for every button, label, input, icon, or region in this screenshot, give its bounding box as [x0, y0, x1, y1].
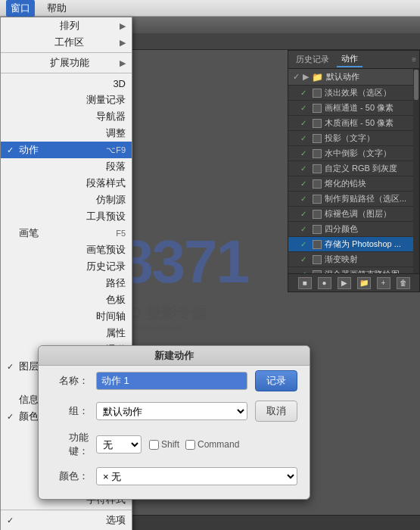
shift-checkbox-item[interactable]: Shift: [149, 439, 179, 450]
action-item[interactable]: ✓ 淡出效果（选区）: [288, 86, 419, 101]
tab-actions[interactable]: 动作: [337, 51, 362, 67]
action-item[interactable]: ✓ 水中倒影（文字）: [288, 146, 419, 161]
action-item-selected[interactable]: ✓ 存储为 Photoshop ...: [288, 237, 419, 252]
menu-item-adjustments[interactable]: 调整: [1, 125, 132, 142]
panel-menu-icon[interactable]: ≡: [412, 55, 416, 64]
menu-separator: [1, 510, 132, 510]
new-action-dialog: 新建动作 名称： 记录 组： 默认动作 取消 功能键： 无 Shift Comm…: [38, 345, 310, 500]
record-button[interactable]: ●: [318, 277, 331, 289]
command-checkbox[interactable]: [185, 440, 195, 450]
menu-item-arrange[interactable]: 排列 ▶: [1, 17, 132, 34]
dialog-title: 新建动作: [39, 346, 310, 366]
action-item[interactable]: ✓ 投影（文字）: [288, 131, 419, 146]
action-icon: [313, 134, 322, 143]
menu-item-swatches[interactable]: 色板: [1, 292, 132, 308]
action-icon: [313, 195, 322, 204]
dialog-color-label: 颜色：: [51, 469, 89, 483]
action-icon: [313, 240, 322, 249]
action-item[interactable]: ✓ 熔化的铅块: [288, 176, 419, 192]
action-item[interactable]: ✓ 棕褪色调（图层）: [288, 207, 419, 222]
folder-icon: 📁: [312, 72, 323, 83]
stop-button[interactable]: ■: [298, 277, 312, 289]
menu-item-actions[interactable]: ✓ 动作 ⌥F9: [1, 142, 132, 158]
record-button[interactable]: 记录: [255, 370, 297, 391]
menu-item-paragraph-styles[interactable]: 段落样式: [1, 175, 132, 192]
action-item[interactable]: ✓ 四分颜色: [288, 222, 419, 237]
delete-button[interactable]: 🗑: [397, 277, 410, 289]
menu-item-workspace[interactable]: 工作区 ▶: [1, 34, 132, 51]
menu-item-3d[interactable]: 3D: [1, 75, 132, 92]
play-button[interactable]: ▶: [338, 277, 351, 289]
menu-item-extensions[interactable]: 扩展功能 ▶: [1, 55, 132, 71]
menu-item-clone-source[interactable]: 仿制源: [1, 192, 132, 208]
menu-window[interactable]: 窗口: [6, 0, 35, 17]
menu-item-timeline[interactable]: 时间轴: [1, 308, 132, 325]
menu-separator: [1, 73, 132, 73]
menu-separator: [1, 52, 132, 53]
tab-history[interactable]: 历史记录: [291, 52, 334, 67]
scroll-thumb: [414, 70, 418, 100]
command-checkbox-item[interactable]: Command: [185, 439, 239, 450]
dialog-group-row: 组： 默认动作 取消: [39, 396, 310, 426]
action-item[interactable]: ✓ 自定义 RGB 到灰度: [288, 161, 419, 176]
action-item[interactable]: ✓ 渐变映射: [288, 252, 419, 267]
dialog-modifier-group: Shift Command: [149, 439, 239, 450]
menu-item-brush[interactable]: 画笔 F5: [1, 225, 132, 242]
action-item[interactable]: ✓ 画框通道 - 50 像素: [288, 101, 419, 116]
panel-tabs: 历史记录 动作 ≡: [288, 51, 419, 69]
dialog-group-label: 组：: [51, 404, 89, 418]
action-icon: [313, 164, 322, 173]
panel-scrollbar[interactable]: [413, 69, 419, 273]
dialog-group-select[interactable]: 默认动作: [96, 402, 247, 420]
action-icon: [313, 104, 322, 113]
shift-checkbox[interactable]: [149, 440, 159, 450]
action-icon: [313, 89, 322, 98]
header-text: 默认动作: [326, 71, 359, 83]
command-label: Command: [198, 439, 239, 450]
action-icon: [313, 210, 322, 219]
menu-item-paragraph[interactable]: 段落: [1, 158, 132, 175]
action-icon: [313, 255, 322, 264]
menu-item-brush-presets[interactable]: 画笔预设: [1, 242, 132, 258]
header-arrow: ▶: [303, 72, 309, 82]
menu-help[interactable]: 帮助: [47, 2, 67, 15]
action-icon: [313, 179, 322, 189]
panel-bottom-toolbar: ■ ● ▶ 📁 + 🗑: [288, 273, 419, 292]
dialog-color-row: 颜色： × 无: [39, 463, 310, 490]
menu-item-measure[interactable]: 测量记录: [1, 92, 132, 108]
menu-item-history[interactable]: 历史记录: [1, 258, 132, 275]
menu-item-app-frame[interactable]: ✓ 选项: [1, 512, 132, 528]
dialog-key-row: 功能键： 无 Shift Command: [39, 426, 310, 463]
new-action-button[interactable]: +: [377, 277, 390, 289]
dialog-name-row: 名称： 记录: [39, 366, 310, 396]
dialog-color-select[interactable]: × 无: [96, 467, 297, 485]
action-icon: [313, 149, 322, 158]
action-item[interactable]: ✓ 木质画框 - 50 像素: [288, 116, 419, 131]
panel-actions-header[interactable]: ✓ ▶ 📁 默认动作: [288, 69, 419, 86]
menu-item-paths[interactable]: 路径: [1, 275, 132, 292]
action-icon: [313, 119, 322, 128]
menu-item-properties[interactable]: 属性: [1, 325, 132, 341]
dialog-name-label: 名称：: [51, 374, 89, 388]
dialog-key-select[interactable]: 无: [96, 435, 142, 454]
cancel-button[interactable]: 取消: [255, 401, 297, 422]
menu-item-navigator[interactable]: 导航器: [1, 108, 132, 125]
dialog-name-input[interactable]: [96, 372, 247, 390]
dialog-key-label: 功能键：: [51, 431, 89, 458]
action-icon: [313, 225, 322, 234]
shift-label: Shift: [161, 439, 179, 450]
header-check: ✓: [293, 72, 300, 82]
actions-panel: 历史记录 动作 ≡ ✓ ▶ 📁 默认动作 ✓ 淡出效果（选区） ✓ 画框通道 -…: [288, 50, 420, 292]
new-set-button[interactable]: 📁: [357, 277, 371, 289]
action-item[interactable]: ✓ 制作剪贴路径（选区...: [288, 192, 419, 207]
menu-item-tool-presets[interactable]: 工具预设: [1, 208, 132, 225]
top-menu-bar: 窗口 帮助: [0, 0, 420, 17]
